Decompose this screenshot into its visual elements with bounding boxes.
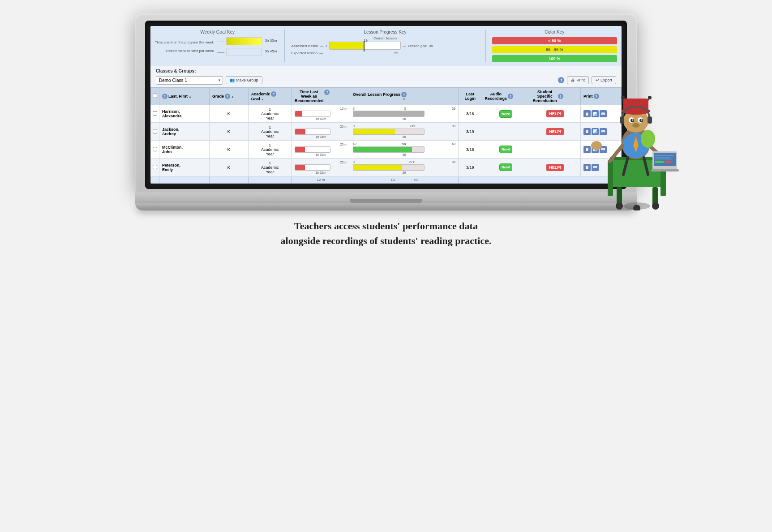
th-remediation: StudentSpecificRemediation ? bbox=[530, 88, 580, 105]
print-icon-4a[interactable]: 📋 bbox=[583, 164, 591, 171]
print-icon-3a[interactable]: 📋 bbox=[583, 146, 591, 153]
row-2-time: 20 m 1h 21m bbox=[292, 123, 350, 141]
laptop-bottom bbox=[135, 203, 637, 210]
table-row: Peterson,Emily K 1AcademicYear 25 m 1h 3 bbox=[151, 159, 622, 176]
print-icon-2b[interactable]: 📊 bbox=[592, 128, 599, 135]
screen-bezel: Weekly Goal Key Time spent on the progra… bbox=[145, 21, 627, 189]
th-progress: Overall Lesson Progress ? ◇ bbox=[350, 88, 459, 105]
help-badge[interactable]: HELP! bbox=[546, 110, 564, 117]
help-icon-progress[interactable]: ? bbox=[401, 92, 407, 97]
keys-section: Weekly Goal Key Time spent on the progra… bbox=[150, 26, 622, 66]
th-print: Print ? bbox=[580, 88, 621, 105]
printer-icon: 🖨 bbox=[571, 78, 575, 82]
print-icon-1a[interactable]: 📋 bbox=[583, 110, 591, 117]
color-key-items: < 80 % 80 - 99 % 100 % bbox=[492, 37, 617, 62]
class-select[interactable]: Demo Class 1 bbox=[156, 76, 223, 85]
row-3-login: 3/16 bbox=[459, 141, 482, 159]
lesson-goal-label: Lesson goal bbox=[408, 44, 427, 48]
time-spent-label: Time spent on the program this week bbox=[155, 40, 214, 45]
row-2-remediation[interactable]: HELP! bbox=[530, 123, 580, 141]
svg-rect-34 bbox=[651, 169, 679, 172]
help-icon[interactable]: ? bbox=[558, 77, 564, 83]
recommended-value: 3h 45m bbox=[265, 49, 277, 53]
row-4-remediation[interactable]: HELP! bbox=[530, 159, 580, 176]
assessed-value: 1 bbox=[325, 44, 327, 48]
row-3-goal: 1AcademicYear bbox=[248, 141, 292, 159]
row-1-time: 15 m 4h 07m bbox=[292, 105, 350, 123]
row-1-remediation[interactable]: HELP! bbox=[530, 105, 580, 123]
row-3-name: McClinton,John bbox=[159, 141, 210, 159]
help-icon-time[interactable]: ? bbox=[324, 90, 330, 95]
make-group-button[interactable]: 👥 Make Group bbox=[226, 76, 262, 84]
help-icon-grade[interactable]: ? bbox=[225, 94, 230, 99]
audio-new-badge[interactable]: New! bbox=[499, 110, 512, 118]
print-button[interactable]: 🖨 Print bbox=[567, 76, 589, 84]
svg-line-31 bbox=[649, 146, 661, 157]
laptop-lid: Weekly Goal Key Time spent on the progra… bbox=[135, 13, 637, 193]
row-1-grade: K bbox=[209, 105, 248, 123]
color-key-yellow: 80 - 99 % bbox=[492, 46, 617, 53]
svg-rect-29 bbox=[648, 116, 652, 124]
th-time: Time LastWeek asRecommended ? bbox=[292, 88, 350, 105]
row-3-audio[interactable]: New! bbox=[482, 141, 530, 159]
group-icon: 👥 bbox=[230, 78, 235, 82]
svg-rect-5 bbox=[652, 187, 658, 205]
export-button[interactable]: ↩ Export bbox=[592, 76, 616, 84]
row-3-time: 25 m 1h 02m bbox=[292, 141, 350, 159]
print-icon-2a[interactable]: 📋 bbox=[583, 128, 591, 135]
help-icon-print[interactable]: ? bbox=[594, 94, 599, 99]
row-2-checkbox[interactable] bbox=[153, 129, 157, 133]
color-key-title: Color Key bbox=[492, 30, 617, 34]
help-badge-4[interactable]: HELP! bbox=[546, 164, 564, 171]
totals-row: 12 m 13 40 bbox=[151, 176, 622, 184]
row-4-checkbox[interactable] bbox=[153, 165, 157, 169]
audio-new-badge-4[interactable]: New! bbox=[499, 163, 512, 171]
expected-label: Expected lesson bbox=[291, 51, 317, 55]
row-4-progress: 327▾39 26 bbox=[350, 159, 459, 176]
table-row: McClinton,John K 1AcademicYear 25 m 1h 0 bbox=[151, 141, 622, 159]
class-select-wrapper[interactable]: Demo Class 1 ▼ bbox=[156, 76, 223, 85]
row-4-audio[interactable]: New! bbox=[482, 159, 530, 176]
row-1-checkbox[interactable] bbox=[153, 111, 157, 116]
help-icon-name[interactable]: ? bbox=[162, 94, 167, 99]
print-icon-1b[interactable]: 📊 bbox=[592, 110, 599, 117]
help-icon-audio[interactable]: ? bbox=[508, 94, 513, 99]
help-badge-2[interactable]: HELP! bbox=[546, 128, 564, 135]
row-1-audio[interactable]: New! bbox=[482, 105, 530, 123]
row-3-checkbox[interactable] bbox=[153, 147, 157, 151]
svg-rect-32 bbox=[652, 151, 677, 169]
color-key-red: < 80 % bbox=[492, 37, 617, 44]
print-icon-4b[interactable]: 📖 bbox=[592, 164, 599, 171]
svg-point-8 bbox=[652, 202, 659, 210]
row-2-name: Jackson,Audrey bbox=[159, 123, 210, 141]
current-lesson-label: Current lesson bbox=[291, 36, 479, 40]
student-table: ? Last, First ▲ Grade ? bbox=[150, 87, 622, 184]
color-key: Color Key < 80 % 80 - 99 % 100 % bbox=[486, 30, 617, 62]
laptop-container: Weekly Goal Key Time spent on the progra… bbox=[135, 13, 637, 210]
print-icon-3c[interactable]: 📖 bbox=[600, 146, 607, 153]
th-grade: Grade ? ▲ bbox=[209, 88, 248, 105]
lesson-goal-value: 39 bbox=[429, 44, 433, 48]
table-container: ? Last, First ▲ Grade ? bbox=[150, 87, 622, 184]
lesson-progress-key: Lesson Progress Key Current lesson Asses… bbox=[285, 30, 485, 62]
row-4-print: 📋 📖 bbox=[580, 159, 621, 176]
assessed-label: Assessed lesson bbox=[291, 44, 318, 48]
audio-new-badge-3[interactable]: New! bbox=[499, 146, 512, 153]
color-key-green: 100 % bbox=[492, 55, 617, 62]
select-all-checkbox[interactable] bbox=[153, 94, 157, 98]
print-icon-3b[interactable]: 📊 bbox=[592, 146, 599, 153]
laptop-hinge-bar bbox=[135, 193, 637, 203]
row-4-login: 3/19 bbox=[459, 159, 482, 176]
laptop-hinge bbox=[350, 199, 422, 203]
help-icon-remediation[interactable]: ? bbox=[558, 94, 563, 99]
row-checkbox bbox=[151, 105, 159, 123]
print-icon-1c[interactable]: 📖 bbox=[600, 110, 607, 117]
th-name: ? Last, First ▲ bbox=[159, 88, 210, 105]
svg-point-26 bbox=[641, 120, 643, 121]
print-icon-2c[interactable]: 📖 bbox=[600, 128, 607, 135]
row-2-login: 3/19 bbox=[459, 123, 482, 141]
caption-line2: alongside recordings of students' readin… bbox=[281, 233, 492, 248]
export-icon: ↩ bbox=[596, 78, 599, 82]
help-icon-goal[interactable]: ? bbox=[271, 91, 276, 97]
row-1-progress: 35▾39 26 bbox=[350, 105, 459, 123]
